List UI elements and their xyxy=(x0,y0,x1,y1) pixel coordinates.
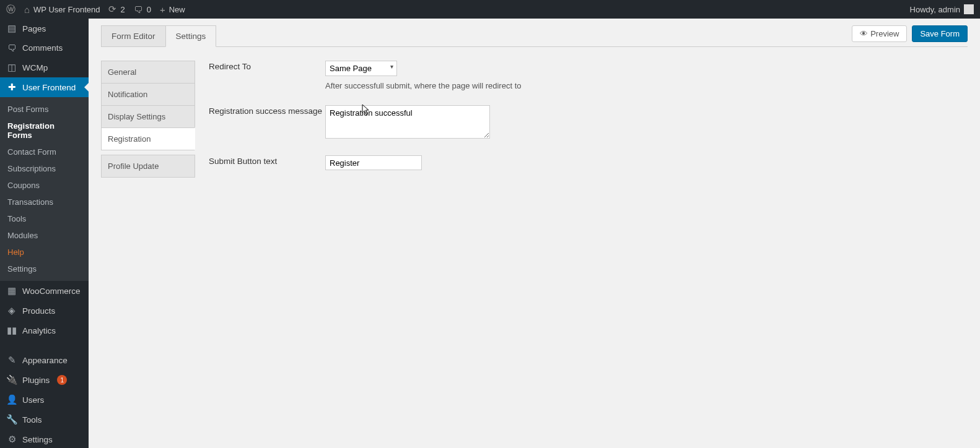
success-message-textarea[interactable]: Registration successful xyxy=(325,105,490,139)
sidebar-item-pages[interactable]: ▤Pages xyxy=(0,19,89,38)
sidebar-item-analytics[interactable]: ▮▮Analytics xyxy=(0,321,89,340)
site-name: WP User Frontend xyxy=(33,5,100,14)
sidebar-item-label: WCMp xyxy=(22,63,48,72)
sidebar-item-label: Products xyxy=(22,306,55,316)
sidebar-item-settings[interactable]: ⚙Settings xyxy=(0,429,89,448)
submenu-transactions[interactable]: Transactions xyxy=(0,194,89,210)
comments-icon: 🗨 xyxy=(6,43,17,53)
sidebar-item-label: Appearance xyxy=(22,356,68,365)
avatar xyxy=(964,4,974,14)
submenu-coupons[interactable]: Coupons xyxy=(0,177,89,194)
plus-icon: + xyxy=(160,4,165,15)
vtab-general[interactable]: General xyxy=(101,61,195,84)
submenu-contact-form[interactable]: Contact Form xyxy=(0,144,89,160)
products-icon: ◈ xyxy=(6,305,17,316)
submenu-settings[interactable]: Settings xyxy=(0,261,89,277)
eye-icon: 👁 xyxy=(860,29,868,38)
analytics-icon: ▮▮ xyxy=(6,325,17,336)
pages-icon: ▤ xyxy=(6,23,17,34)
sidebar-item-label: Settings xyxy=(22,435,53,444)
sidebar-item-products[interactable]: ◈Products xyxy=(0,301,89,321)
tools-icon: 🔧 xyxy=(6,414,17,425)
refresh-icon: ⟳ xyxy=(108,4,116,15)
wordpress-icon: ⓦ xyxy=(6,4,15,15)
submit-button-text-label: Submit Button text xyxy=(209,155,325,166)
tab-form-editor[interactable]: Form Editor xyxy=(101,25,166,46)
admin-bar: ⓦ ⌂WP User Frontend ⟳2 🗨0 +New Howdy, ad… xyxy=(0,0,980,19)
sidebar-item-plugins[interactable]: 🔌Plugins1 xyxy=(0,370,89,390)
submenu-help[interactable]: Help xyxy=(0,244,89,261)
settings-icon: ⚙ xyxy=(6,434,17,445)
main-content: Form Editor Settings 👁Preview Save Form … xyxy=(89,19,980,448)
users-icon: 👤 xyxy=(6,394,17,405)
vtab-registration[interactable]: Registration xyxy=(101,127,195,150)
redirect-to-help: After successfull submit, where the page… xyxy=(325,81,968,90)
redirect-to-label: Redirect To xyxy=(209,61,325,71)
preview-button[interactable]: 👁Preview xyxy=(852,25,907,42)
top-tabs: Form Editor Settings 👁Preview Save Form xyxy=(101,25,968,47)
sidebar-item-appearance[interactable]: ✎Appearance xyxy=(0,350,89,370)
sidebar-item-user-frontend[interactable]: ✚User Frontend xyxy=(0,77,89,97)
submenu-post-forms[interactable]: Post Forms xyxy=(0,101,89,118)
submenu-modules[interactable]: Modules xyxy=(0,227,89,244)
comments-count: 0 xyxy=(147,5,151,14)
submenu-subscriptions[interactable]: Subscriptions xyxy=(0,160,89,177)
greeting-text: Howdy, admin xyxy=(910,5,960,14)
sidebar-item-label: WooCommerce xyxy=(22,286,81,296)
new-link[interactable]: +New xyxy=(160,4,185,15)
site-name-link[interactable]: ⌂WP User Frontend xyxy=(24,4,100,15)
success-message-label: Registration success message xyxy=(209,105,325,116)
plugins-icon: 🔌 xyxy=(6,374,17,386)
sidebar-item-label: Users xyxy=(22,395,44,405)
sidebar-submenu: Post Forms Registration Forms Contact Fo… xyxy=(0,97,89,281)
sidebar-item-label: User Frontend xyxy=(22,83,76,92)
sidebar-item-comments[interactable]: 🗨Comments xyxy=(0,38,89,58)
sidebar-item-label: Plugins xyxy=(22,376,50,385)
sidebar-item-users[interactable]: 👤Users xyxy=(0,390,89,410)
submit-button-text-input[interactable] xyxy=(325,155,422,170)
updates-link[interactable]: ⟳2 xyxy=(108,4,125,15)
appearance-icon: ✎ xyxy=(6,355,17,366)
wcmp-icon: ◫ xyxy=(6,62,17,73)
admin-sidebar: ▤Pages 🗨Comments ◫WCMp ✚User Frontend Po… xyxy=(0,19,89,448)
submenu-tools[interactable]: Tools xyxy=(0,210,89,227)
sidebar-item-label: Tools xyxy=(22,415,42,424)
user-greeting[interactable]: Howdy, admin xyxy=(910,4,974,14)
sidebar-item-woocommerce[interactable]: ▦WooCommerce xyxy=(0,281,89,301)
plugins-badge: 1 xyxy=(57,375,67,385)
registration-settings-form: Redirect To Same Page After successfull … xyxy=(209,61,968,185)
sidebar-item-label: Analytics xyxy=(22,326,56,335)
vtab-profile-update[interactable]: Profile Update xyxy=(101,155,195,178)
sidebar-item-wcmp[interactable]: ◫WCMp xyxy=(0,58,89,77)
user-frontend-icon: ✚ xyxy=(6,82,17,93)
sidebar-item-tools[interactable]: 🔧Tools xyxy=(0,410,89,429)
preview-label: Preview xyxy=(870,29,899,38)
updates-count: 2 xyxy=(120,5,125,14)
wp-logo[interactable]: ⓦ xyxy=(6,4,15,15)
settings-vertical-tabs: General Notification Display Settings Re… xyxy=(101,61,195,185)
woocommerce-icon: ▦ xyxy=(6,285,17,296)
vtab-notification[interactable]: Notification xyxy=(101,83,195,106)
new-label: New xyxy=(169,5,185,14)
sidebar-item-label: Comments xyxy=(22,43,63,53)
redirect-to-select[interactable]: Same Page xyxy=(325,61,397,76)
vtab-display-settings[interactable]: Display Settings xyxy=(101,105,195,128)
comments-link[interactable]: 🗨0 xyxy=(134,4,151,15)
submenu-registration-forms[interactable]: Registration Forms xyxy=(0,118,89,144)
tab-settings[interactable]: Settings xyxy=(165,25,217,47)
sidebar-item-label: Pages xyxy=(22,24,46,33)
save-form-button[interactable]: Save Form xyxy=(912,25,968,42)
comment-icon: 🗨 xyxy=(134,4,143,15)
home-icon: ⌂ xyxy=(24,4,30,15)
